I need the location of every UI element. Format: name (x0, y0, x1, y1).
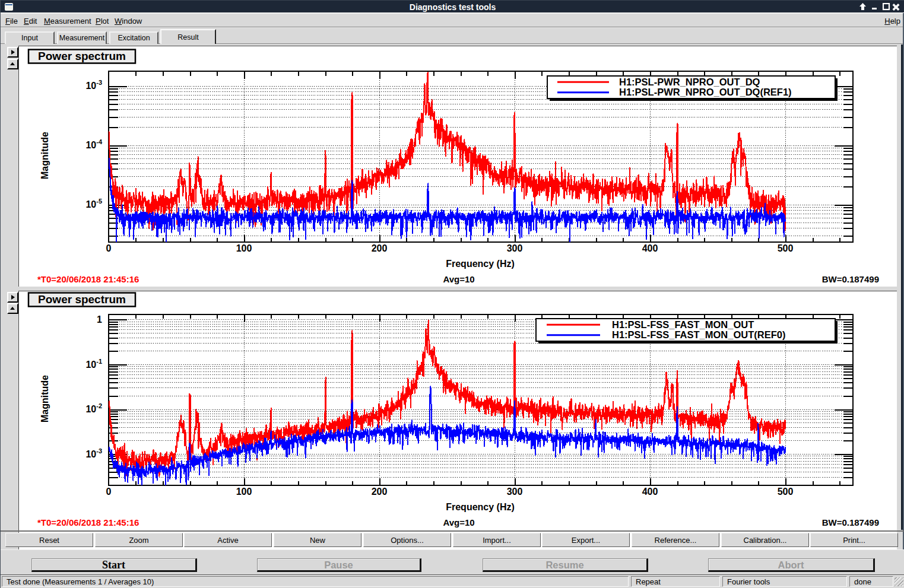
svg-text:1: 1 (97, 314, 102, 325)
svg-text:10-3: 10-3 (85, 447, 102, 459)
svg-text:500: 500 (778, 487, 794, 497)
svg-text:10-2: 10-2 (85, 402, 102, 414)
svg-text:Frequency (Hz): Frequency (Hz) (446, 502, 515, 512)
svg-text:10-5: 10-5 (85, 198, 102, 209)
svg-text:0: 0 (106, 487, 112, 497)
svg-text:*T0=20/06/2018 21:45:16: *T0=20/06/2018 21:45:16 (37, 274, 139, 284)
svg-text:100: 100 (236, 243, 252, 253)
svg-text:H1:PSL-FSS_FAST_MON_OUT: H1:PSL-FSS_FAST_MON_OUT (612, 319, 754, 330)
svg-text:0: 0 (106, 243, 112, 253)
svg-text:Avg=10: Avg=10 (443, 517, 474, 527)
svg-text:200: 200 (372, 243, 388, 253)
svg-text:H1:PSL-FSS_FAST_MON_OUT(REF0): H1:PSL-FSS_FAST_MON_OUT(REF0) (612, 329, 785, 340)
svg-text:400: 400 (642, 243, 658, 253)
svg-text:H1:PSL-PWR_NPRO_OUT_DQ: H1:PSL-PWR_NPRO_OUT_DQ (619, 77, 760, 87)
svg-text:10-1: 10-1 (85, 358, 102, 370)
svg-text:Magnitude: Magnitude (40, 375, 50, 422)
svg-text:400: 400 (642, 487, 658, 497)
svg-text:10-4: 10-4 (85, 138, 102, 150)
svg-text:Avg=10: Avg=10 (443, 274, 474, 284)
svg-text:BW=0.187499: BW=0.187499 (822, 274, 879, 284)
svg-text:H1:PSL-PWR_NPRO_OUT_DQ(REF1): H1:PSL-PWR_NPRO_OUT_DQ(REF1) (619, 87, 792, 97)
svg-text:Frequency (Hz): Frequency (Hz) (446, 259, 515, 269)
svg-text:Magnitude: Magnitude (40, 132, 50, 179)
svg-text:300: 300 (507, 487, 523, 497)
svg-text:100: 100 (236, 487, 252, 497)
svg-text:Power spectrum: Power spectrum (38, 50, 126, 62)
svg-text:Power spectrum: Power spectrum (38, 293, 126, 306)
svg-text:10-3: 10-3 (85, 79, 102, 91)
svg-text:300: 300 (507, 243, 523, 253)
svg-text:200: 200 (372, 487, 388, 497)
svg-text:BW=0.187499: BW=0.187499 (822, 517, 879, 527)
svg-text:500: 500 (778, 243, 794, 253)
svg-text:*T0=20/06/2018 21:45:16: *T0=20/06/2018 21:45:16 (37, 517, 139, 527)
